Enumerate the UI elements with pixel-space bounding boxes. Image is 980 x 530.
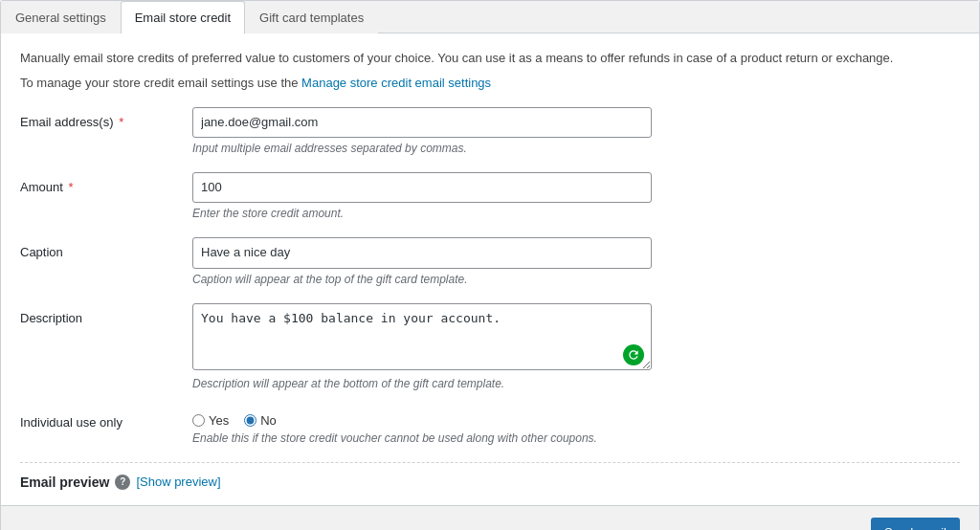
email-preview-title: Email preview [20,475,109,490]
individual-use-hint: Enable this if the store credit voucher … [192,431,652,445]
individual-use-field-wrapper: Yes No Enable this if the store credit v… [192,408,652,445]
email-preview-section: Email preview ? [Show preview] [20,462,960,490]
manage-store-credit-link[interactable]: Manage store credit email settings [301,76,491,90]
description-line2: To manage your store credit email settin… [20,74,960,93]
caption-row: Caption Caption will appear at the top o… [20,237,960,285]
description-hint: Description will appear at the bottom of… [192,377,652,390]
tab-email-store-credit[interactable]: Email store credit [121,1,245,33]
email-input[interactable] [192,107,652,138]
radio-group: Yes No [192,408,652,428]
refresh-icon[interactable] [623,344,644,365]
email-field-wrapper: Input multiple email addresses separated… [192,107,652,155]
individual-use-label: Individual use only [20,408,192,430]
radio-no-label: No [260,413,277,428]
amount-row: Amount * Enter the store credit amount. [20,172,960,220]
form-table: Email address(s) * Input multiple email … [20,107,960,445]
email-label: Email address(s) * [20,107,192,129]
send-email-button[interactable]: Send email [871,518,960,530]
radio-yes-input[interactable] [192,414,205,427]
description-row: Description Description will appear at t… [20,303,960,390]
footer: Send email [1,505,979,530]
email-preview-header: Email preview ? [Show preview] [20,475,960,490]
individual-use-row: Individual use only Yes No Enable this i [20,408,960,445]
page-wrapper: General settings Email store credit Gift… [0,0,980,530]
show-preview-link[interactable]: [Show preview] [136,475,220,489]
description-textarea[interactable] [192,303,652,370]
caption-input[interactable] [192,237,652,268]
amount-label: Amount * [20,172,192,194]
radio-yes-label: Yes [209,413,229,428]
radio-yes-option[interactable]: Yes [192,413,229,428]
radio-no-option[interactable]: No [244,413,277,428]
description-label: Description [20,303,192,325]
description-line1: Manually email store credits of preferre… [20,49,960,68]
tab-gift-card-templates[interactable]: Gift card templates [245,1,378,33]
description-field-wrapper: Description will appear at the bottom of… [192,303,652,390]
textarea-wrapper [192,303,652,373]
radio-no-input[interactable] [244,414,256,427]
tab-general-settings[interactable]: General settings [1,1,121,33]
caption-field-wrapper: Caption will appear at the top of the gi… [192,237,652,285]
main-content: Manually email store credits of preferre… [1,33,979,505]
caption-label: Caption [20,237,192,259]
email-hint: Input multiple email addresses separated… [192,142,652,155]
amount-hint: Enter the store credit amount. [192,207,652,220]
amount-field-wrapper: Enter the store credit amount. [192,172,652,220]
email-required-star: * [119,115,123,129]
amount-input[interactable] [192,172,652,203]
amount-required-star: * [68,180,73,194]
email-row: Email address(s) * Input multiple email … [20,107,960,155]
caption-hint: Caption will appear at the top of the gi… [192,273,652,286]
help-icon[interactable]: ? [115,475,130,490]
tabs-container: General settings Email store credit Gift… [1,1,979,33]
